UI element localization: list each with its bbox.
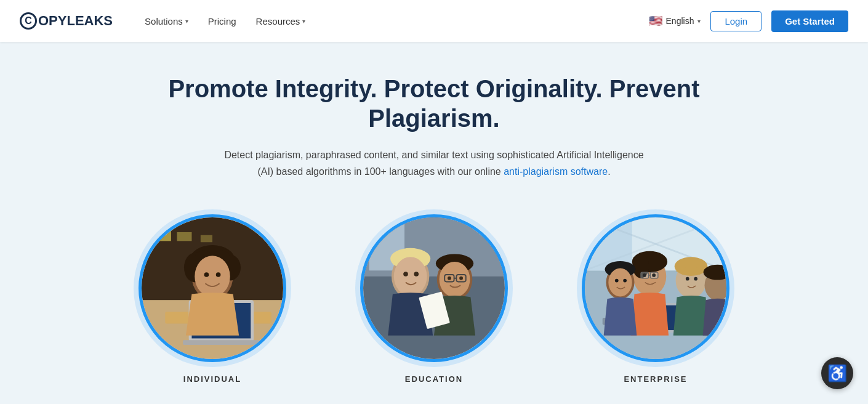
logo[interactable]: C OPYLEAKS	[20, 12, 113, 30]
enterprise-circle-ring[interactable]	[582, 214, 729, 362]
svg-point-27	[414, 272, 419, 277]
svg-point-57	[615, 279, 619, 283]
pricing-label: Pricing	[208, 16, 236, 26]
svg-rect-3	[153, 230, 171, 241]
language-chevron-icon: ▾	[697, 18, 701, 25]
individual-circle-ring[interactable]	[139, 214, 286, 362]
subtitle-text-after: .	[608, 166, 610, 177]
hero-title: Promote Integrity. Protect Originality. …	[157, 74, 711, 133]
svg-point-52	[643, 273, 646, 277]
language-selector[interactable]: 🇺🇸 English ▾	[649, 14, 701, 28]
hero-section: Promote Integrity. Protect Originality. …	[0, 42, 868, 404]
svg-rect-9	[183, 341, 260, 345]
svg-point-56	[608, 269, 632, 297]
get-started-button[interactable]: Get Started	[771, 10, 848, 32]
svg-rect-4	[177, 232, 192, 241]
svg-point-26	[403, 272, 408, 277]
education-circle-ring[interactable]	[360, 214, 508, 362]
category-circles: INDIVIDUAL	[139, 214, 729, 384]
language-name: English	[666, 16, 694, 26]
svg-point-25	[394, 257, 427, 296]
individual-label: INDIVIDUAL	[183, 374, 241, 384]
flag-icon: 🇺🇸	[649, 14, 662, 28]
nav-actions: 🇺🇸 English ▾ Login Get Started	[649, 10, 848, 32]
solutions-chevron-icon: ▾	[185, 18, 188, 25]
individual-circle-item: INDIVIDUAL	[139, 214, 286, 384]
accessibility-button[interactable]: ♿	[821, 357, 853, 389]
svg-point-58	[623, 279, 627, 283]
hero-subtitle: Detect plagiarism, paraphrased content, …	[224, 147, 643, 180]
pricing-nav-item[interactable]: Pricing	[201, 11, 244, 31]
svg-point-62	[694, 277, 697, 281]
svg-point-18	[216, 273, 221, 278]
svg-point-35	[459, 277, 463, 280]
resources-chevron-icon: ▾	[302, 18, 305, 25]
logo-icon: C	[20, 12, 37, 30]
enterprise-image	[585, 217, 726, 359]
svg-point-34	[448, 277, 451, 280]
anti-plagiarism-link[interactable]: anti-plagiarism software	[504, 166, 608, 177]
svg-point-61	[686, 277, 689, 281]
resources-label: Resources	[256, 16, 300, 26]
individual-image	[142, 217, 283, 359]
solutions-label: Solutions	[145, 16, 183, 26]
svg-point-16	[195, 256, 230, 297]
education-circle-item: EDUCATION	[360, 214, 508, 384]
solutions-nav-item[interactable]: Solutions ▾	[137, 11, 196, 31]
svg-point-17	[204, 273, 209, 278]
enterprise-circle-item: ENTERPRISE	[582, 214, 729, 384]
accessibility-icon: ♿	[827, 364, 847, 383]
education-label: EDUCATION	[405, 374, 463, 384]
nav-links: Solutions ▾ Pricing Resources ▾	[137, 11, 648, 31]
svg-rect-5	[201, 235, 212, 243]
enterprise-label: ENTERPRISE	[624, 374, 687, 384]
logo-text: OPYLEAKS	[38, 13, 113, 29]
navbar: C OPYLEAKS Solutions ▾ Pricing Resources…	[0, 0, 868, 42]
login-button[interactable]: Login	[710, 11, 762, 31]
svg-point-53	[652, 273, 656, 277]
education-image	[363, 217, 505, 359]
resources-nav-item[interactable]: Resources ▾	[249, 11, 313, 31]
svg-point-60	[675, 257, 708, 277]
